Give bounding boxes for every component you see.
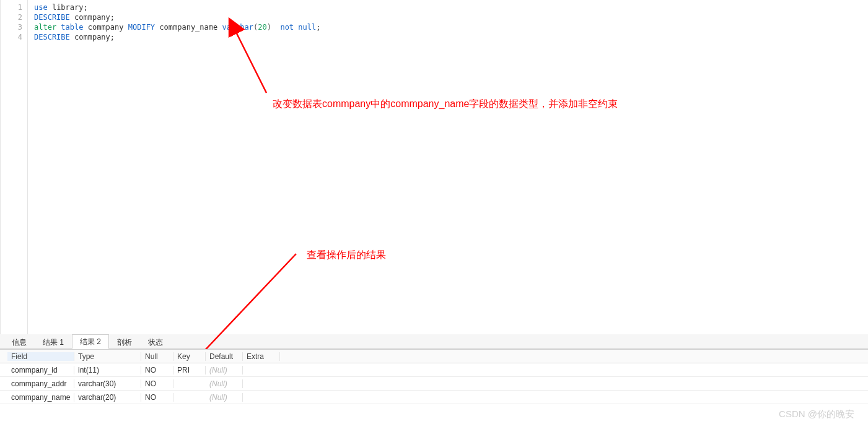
code-token: DESCRIBE bbox=[34, 13, 70, 22]
sql-editor[interactable]: 1234 use library;DESCRIBE commpany;alter… bbox=[0, 0, 868, 334]
col-default-header[interactable]: Default bbox=[206, 352, 243, 361]
col-key-header[interactable]: Key bbox=[173, 352, 206, 361]
code-token: commpany; bbox=[70, 33, 115, 41]
result-tabs: 信息结果 1结果 2剖析状态 bbox=[0, 334, 868, 349]
col-field-header[interactable]: Field bbox=[7, 352, 74, 361]
tab-结果 1[interactable]: 结果 1 bbox=[35, 335, 72, 349]
code-token: null bbox=[298, 23, 316, 32]
cell-null[interactable]: NO bbox=[141, 379, 173, 388]
tab-信息[interactable]: 信息 bbox=[4, 335, 35, 349]
editor-body[interactable]: use library;DESCRIBE commpany;alter tabl… bbox=[28, 0, 868, 45]
code-token: MODIFY bbox=[128, 23, 155, 32]
col-extra-header[interactable]: Extra bbox=[243, 352, 280, 361]
code-token: not bbox=[280, 23, 294, 32]
code-token: DESCRIBE bbox=[34, 33, 70, 41]
code-token: use bbox=[34, 3, 48, 12]
grid-header-row: Field Type Null Key Default Extra bbox=[0, 350, 868, 363]
col-type-header[interactable]: Type bbox=[74, 352, 141, 361]
tab-剖析[interactable]: 剖析 bbox=[109, 335, 140, 349]
tab-状态[interactable]: 状态 bbox=[140, 335, 171, 349]
cell-null[interactable]: NO bbox=[141, 366, 173, 374]
code-token: 20 bbox=[258, 23, 266, 32]
line-number: 4 bbox=[1, 32, 27, 42]
code-token: table bbox=[61, 23, 83, 32]
code-line[interactable]: use library; bbox=[34, 2, 862, 12]
code-token: commpany bbox=[83, 23, 128, 32]
tab-结果 2[interactable]: 结果 2 bbox=[72, 334, 109, 349]
cell-field[interactable]: commpany_addr bbox=[7, 379, 74, 388]
code-token: alter bbox=[34, 23, 56, 32]
code-line[interactable]: DESCRIBE commpany; bbox=[34, 32, 862, 42]
cell-default[interactable]: (Null) bbox=[206, 379, 243, 388]
cell-field[interactable]: commpany_name bbox=[7, 393, 74, 402]
cell-type[interactable]: int(11) bbox=[74, 366, 141, 374]
code-line[interactable]: DESCRIBE commpany; bbox=[34, 12, 862, 22]
code-token: commpany_name bbox=[155, 23, 222, 32]
code-line[interactable]: alter table commpany MODIFY commpany_nam… bbox=[34, 22, 862, 32]
editor-gutter: 1234 bbox=[1, 0, 28, 334]
cell-default[interactable]: (Null) bbox=[206, 366, 243, 374]
table-row[interactable]: commpany_namevarchar(20)NO(Null) bbox=[0, 391, 868, 404]
result-grid[interactable]: Field Type Null Key Default Extra commpa… bbox=[0, 349, 868, 411]
line-number: 2 bbox=[1, 12, 27, 22]
cell-type[interactable]: varchar(20) bbox=[74, 393, 141, 402]
code-token: library; bbox=[48, 3, 88, 12]
cell-null[interactable]: NO bbox=[141, 393, 173, 402]
cell-key[interactable]: PRI bbox=[173, 366, 206, 374]
table-row[interactable]: commpany_addrvarchar(30)NO(Null) bbox=[0, 377, 868, 391]
code-token: commpany; bbox=[70, 13, 115, 22]
line-number: 1 bbox=[1, 2, 27, 12]
code-token: ) bbox=[267, 23, 281, 32]
col-null-header[interactable]: Null bbox=[141, 352, 173, 361]
cell-default[interactable]: (Null) bbox=[206, 393, 243, 402]
cell-type[interactable]: varchar(30) bbox=[74, 379, 141, 388]
table-row[interactable]: commpany_idint(11)NOPRI(Null) bbox=[0, 363, 868, 377]
line-number: 3 bbox=[1, 22, 27, 32]
code-token: varchar bbox=[222, 23, 253, 32]
cell-field[interactable]: commpany_id bbox=[7, 366, 74, 374]
code-token: ; bbox=[316, 23, 320, 32]
